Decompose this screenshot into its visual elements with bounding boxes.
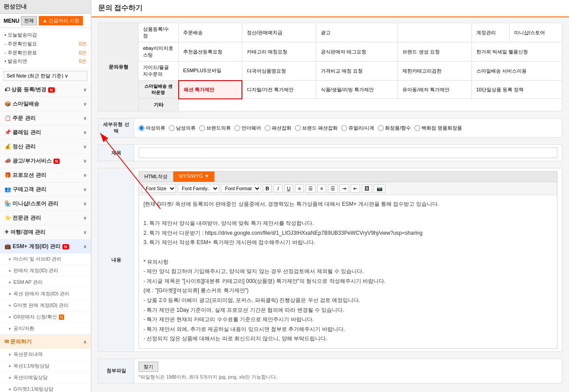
- editor-tabs: HTML작성 WYSIWYG ▼: [139, 172, 557, 182]
- ship-delay-label: • 발송지연: [4, 57, 27, 66]
- sidebar-nav: 🏷 상품 등록/변경N ∨ 📦 스마일배송 ∨ 📋 주문 관리 ∨ 📌 클레임 …: [0, 83, 91, 392]
- cat-brand[interactable]: 브랜드 생성 요청: [398, 42, 471, 61]
- sub-nav-master[interactable]: 마스터 및 서브ID 관리: [0, 253, 91, 265]
- radio-underwear[interactable]: 언더웨어: [234, 125, 261, 131]
- insert-image-btn[interactable]: 🖼: [362, 184, 372, 192]
- nav-header-product[interactable]: 🏷 상품 등록/변경N ∨: [0, 83, 91, 97]
- cat-chuseok[interactable]: 한가위 빅세일 웰품신청: [471, 42, 562, 61]
- cat-multilang[interactable]: 다국어상품명요청: [242, 61, 316, 81]
- nav-header-inquiry[interactable]: ✉ 문의하기 ∧: [0, 335, 91, 349]
- outdent-btn[interactable]: ⇤: [351, 184, 360, 193]
- cat-settle[interactable]: 정산/판매예치금: [242, 23, 316, 42]
- detail-type-row: 세부유형 선택 여성의류 남성의류 브랜드의류 언더웨어 패션잡화 브랜드 패션…: [98, 118, 562, 138]
- cat-digital[interactable]: 디지털/가전 특가제안: [242, 81, 316, 99]
- nav-header-adv[interactable]: 📣 광고/부가서비스N ∨: [0, 154, 91, 168]
- content-label: 내용: [98, 168, 134, 352]
- nav-header-buyer[interactable]: 👥 구매고객 관리 ∨: [0, 183, 91, 196]
- cat-food[interactable]: 식품/생필/리빙 특가제안: [316, 81, 398, 99]
- subject-input[interactable]: [139, 147, 557, 158]
- radio-brand[interactable]: 브랜드의류: [199, 125, 231, 131]
- cat-ebay[interactable]: ebay이미지호스팅: [139, 42, 179, 61]
- font-size-select[interactable]: Font Size: [142, 184, 176, 193]
- cat-fashion-selected[interactable]: 패션 특가제안: [179, 81, 242, 99]
- align-justify-btn[interactable]: ☰: [328, 184, 338, 193]
- urgent-button[interactable]: ▲ 긴급처리 사항: [39, 16, 83, 25]
- radio-luxury[interactable]: 백화점 명품화장품: [414, 125, 462, 131]
- cat-restrict[interactable]: 제한카테고리검한: [398, 61, 471, 81]
- radio-brand-fashion[interactable]: 브랜드 패션잡화: [295, 125, 338, 131]
- nav-header-smile[interactable]: 📦 스마일배송 ∨: [0, 97, 91, 111]
- cat-order[interactable]: 주문배송: [179, 23, 242, 42]
- nav-header-travel[interactable]: ✈ 여행/경매 관리 ∨: [0, 225, 91, 239]
- nav-header-settle[interactable]: 💰 정산 관리 ∨: [0, 140, 91, 154]
- cat-price[interactable]: 가격비교 매칭 요청: [316, 61, 398, 81]
- cat-smiledelivery[interactable]: 스마일배송 서비스이용: [471, 61, 562, 81]
- attach-button[interactable]: 찾기: [139, 362, 158, 372]
- cat-mini[interactable]: 미니샵/스토어: [509, 23, 562, 42]
- etc-content: [179, 99, 562, 111]
- cat-10dan[interactable]: 10단일상품 등록 정책: [471, 81, 562, 99]
- align-center-btn[interactable]: ☰: [306, 184, 315, 193]
- order-confirm-label: - 주문확인필요: [4, 40, 37, 49]
- order-confirm-count: 0건: [79, 40, 86, 49]
- nav-header-esm[interactable]: 💼 ESM+ 계정(ID) 관리N ∧: [0, 240, 91, 253]
- radio-cosmetics[interactable]: 화장품/향수: [378, 125, 411, 131]
- sub-nav-seller-id[interactable]: 판매자 계정(ID) 관리: [0, 265, 91, 277]
- cat-account[interactable]: 계정관리: [471, 23, 509, 42]
- align-left-btn[interactable]: ≡: [295, 184, 304, 192]
- sub-nav-auction-inquiry[interactable]: 옥션문의내역: [0, 349, 91, 360]
- cat-official[interactable]: 공식판매자 태그요청: [316, 42, 398, 61]
- font-format-select[interactable]: Font Format: [221, 184, 261, 193]
- sub-nav-gmarket-chat[interactable]: G마켓1:1채팅상담: [0, 384, 91, 392]
- nav-header-order[interactable]: 📋 주문 관리 ∨: [0, 111, 91, 125]
- cat-guide[interactable]: 가이드/물골지수문의: [139, 61, 179, 81]
- radio-jewelry[interactable]: 쥬얼리/시계: [341, 125, 374, 131]
- cat-recommend[interactable]: 추천옵션등록요청: [179, 42, 242, 61]
- subject-label: 제목: [98, 145, 134, 161]
- sub-nav-gmarket-seller[interactable]: G마켓 판매 계정(ID) 관리: [0, 300, 91, 311]
- nav-header-claim[interactable]: 📌 클레임 관리 ∨: [0, 126, 91, 139]
- nav-item-promo: 🎁 프로모션 관리 ∨: [0, 168, 91, 183]
- insert-photo-btn[interactable]: 📷: [374, 184, 385, 193]
- menu-all-button[interactable]: 전체: [21, 16, 37, 25]
- sub-nav-notice[interactable]: 공지/자환: [0, 323, 91, 335]
- underline-btn[interactable]: U: [284, 184, 293, 192]
- editor-toolbar: Font Size Font Family.. Font Format B I: [139, 182, 557, 195]
- nav-header-promo[interactable]: 🎁 프로모션 관리 ∨: [0, 168, 91, 182]
- nav-header-expert[interactable]: ⭐ 전문관 관리 ∨: [0, 211, 91, 225]
- editor-container: HTML작성 WYSIWYG ▼ Font Size Font Family..: [139, 171, 557, 349]
- nav-item-claim: 📌 클레임 관리 ∨: [0, 126, 91, 140]
- sub-nav-g9-seller[interactable]: G9판매자 신청/확인N: [0, 311, 91, 323]
- sub-nav-auction-chat[interactable]: 옥션1:1채팅상담: [0, 360, 91, 372]
- editor-content[interactable]: [현재 G마켓/ 옥션에 등록되어 판매중인 상품중에서, 경쟁력있는 특가상품…: [139, 195, 557, 348]
- sell-note[interactable]: Sell Note (최근 한달 기준) ∨: [4, 71, 87, 81]
- tab-wysiwyg[interactable]: WYSIWYG ▼: [173, 172, 215, 182]
- cat-kids[interactable]: 유아동/레저 특가제안: [398, 81, 471, 99]
- bold-btn[interactable]: B: [263, 184, 272, 192]
- radio-women[interactable]: 여성의류: [139, 125, 165, 131]
- detail-type-table: 세부유형 선택 여성의류 남성의류 브랜드의류 언더웨어 패션잡화 브랜드 패션…: [98, 118, 562, 138]
- radio-men[interactable]: 남성의류: [169, 125, 196, 131]
- cat-adv[interactable]: 광고: [316, 23, 398, 42]
- main-content: 문의 접수하기 문의유형 상품등록/수정 주문배송 정산/판매예치금 광고 계정…: [91, 0, 569, 392]
- sub-nav-esm-api[interactable]: ESM AP 관리: [0, 277, 91, 288]
- align-right-btn[interactable]: ≡: [317, 184, 326, 192]
- sub-nav-auction-seller[interactable]: 옥션 판매자 계정(ID) 관리: [0, 288, 91, 300]
- cat-esmplus[interactable]: ESMPLUS모바일: [179, 61, 242, 81]
- tab-html[interactable]: HTML작성: [139, 172, 173, 182]
- nav-header-mini[interactable]: 🏪 미니샵/스토어 관리 ∨: [0, 197, 91, 211]
- table-row-smile: 스마일배송 센터운영 패션 특가제안 디지털/가전 특가제안 식품/생필/리빙 …: [98, 81, 562, 99]
- table-row-3: 가이드/물골지수문의 ESMPLUS모바일 다국어상품명요청 가격비교 매칭 요…: [98, 61, 562, 81]
- indent-btn[interactable]: ⇥: [340, 184, 349, 193]
- sub-nav-auction-email[interactable]: 옥션이메일상담: [0, 372, 91, 384]
- etc-label: 기타: [139, 99, 179, 111]
- subject-row: 제목: [98, 145, 562, 161]
- page-title: 문의 접수하기: [98, 4, 562, 13]
- quick-info: • 오늘발송마감 - 주문확인필요 0건 - 주문확인완료 0건 • 발송지연 …: [0, 28, 91, 69]
- font-family-select[interactable]: Font Family..: [178, 184, 219, 193]
- radio-fashion[interactable]: 패션잡화: [265, 125, 291, 131]
- italic-btn[interactable]: I: [274, 184, 282, 192]
- cat-category[interactable]: 카테고리 매칭요청: [242, 42, 316, 61]
- inquiry-type-table: 문의유형 상품등록/수정 주문배송 정산/판매예치금 광고 계정관리 미니샵/스…: [98, 23, 562, 111]
- cat-product[interactable]: 상품등록/수정: [139, 23, 179, 42]
